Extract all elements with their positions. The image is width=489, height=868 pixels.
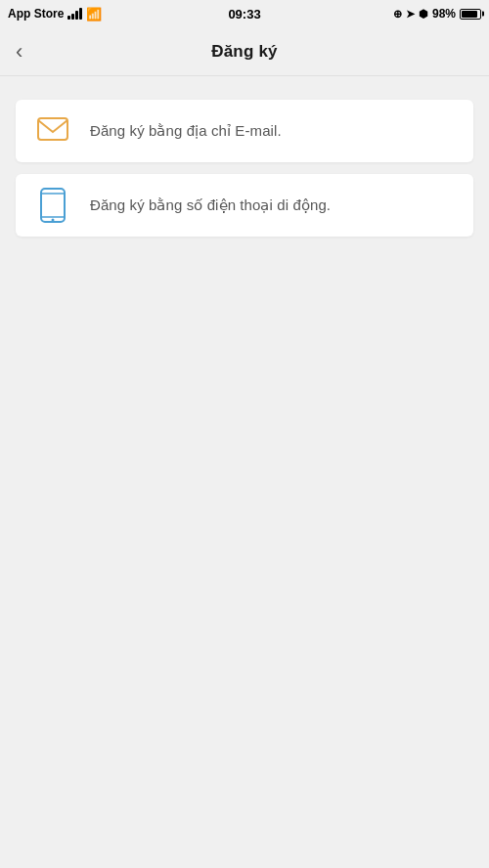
nav-bar: ‹ Đăng ký bbox=[0, 27, 489, 76]
phone-register-button[interactable]: Đăng ký bằng số điện thoại di động. bbox=[16, 174, 473, 237]
bluetooth-icon: ⬢ bbox=[419, 8, 428, 21]
battery-fill bbox=[462, 11, 477, 18]
wifi-icon: 📶 bbox=[86, 7, 102, 22]
svg-point-4 bbox=[52, 219, 55, 222]
signal-bars-icon bbox=[67, 8, 82, 20]
status-bar: App Store 📶 09:33 ⊕ ➤ ⬢ 98% bbox=[0, 0, 489, 27]
content-area: Đăng ký bằng địa chỉ E-mail. Đăng ký bằn… bbox=[0, 76, 489, 260]
location-icon: ⊕ bbox=[393, 8, 402, 21]
status-right: ⊕ ➤ ⬢ 98% bbox=[393, 7, 481, 21]
battery-percent: 98% bbox=[432, 7, 456, 21]
svg-rect-0 bbox=[38, 118, 67, 140]
phone-icon bbox=[35, 188, 70, 223]
compass-icon: ➤ bbox=[406, 8, 415, 21]
email-option-label: Đăng ký bằng địa chỉ E-mail. bbox=[90, 122, 282, 140]
page-title: Đăng ký bbox=[211, 42, 278, 62]
phone-option-label: Đăng ký bằng số điện thoại di động. bbox=[90, 196, 331, 214]
status-left: App Store 📶 bbox=[8, 7, 102, 22]
email-register-button[interactable]: Đăng ký bằng địa chỉ E-mail. bbox=[16, 100, 473, 162]
battery-icon bbox=[460, 9, 481, 20]
back-button[interactable]: ‹ bbox=[16, 41, 22, 63]
email-icon bbox=[35, 113, 70, 149]
status-time: 09:33 bbox=[228, 7, 260, 22]
app-store-label: App Store bbox=[8, 7, 64, 21]
